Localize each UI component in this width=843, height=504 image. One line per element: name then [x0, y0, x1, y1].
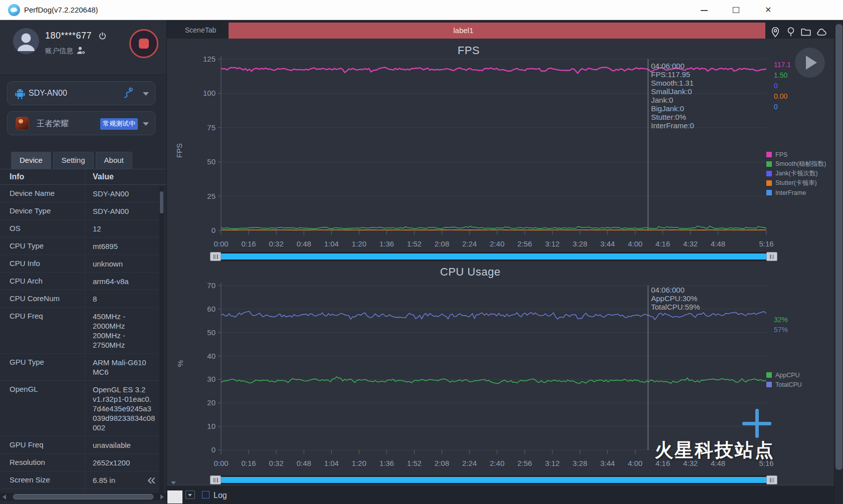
stop-record-button[interactable]: [129, 29, 158, 58]
svg-text:3:12: 3:12: [545, 239, 559, 248]
tooltip-line: Jank:0: [651, 96, 694, 104]
info-label: Screen Size: [0, 471, 85, 488]
info-value: SDY-AN00: [85, 185, 159, 202]
info-value: 12: [85, 220, 159, 237]
legend-item[interactable]: FPS: [766, 150, 826, 159]
account-info-link[interactable]: 账户信息: [45, 47, 73, 56]
legend-item[interactable]: Smooth(稳帧指数): [766, 159, 826, 169]
fps-scrollbar-range[interactable]: [221, 254, 766, 260]
maximize-button[interactable]: [731, 5, 742, 15]
legend-item[interactable]: InterFrame: [766, 188, 826, 197]
scrollbar-thumb[interactable]: [835, 24, 842, 470]
window-title: PerfDog(v7.2.220648): [24, 6, 98, 14]
fps-scrollbar-right-handle[interactable]: [766, 252, 777, 261]
legend-item[interactable]: AppCPU: [766, 370, 802, 380]
cpu-scrollbar-range[interactable]: [221, 477, 766, 483]
svg-text:3:44: 3:44: [600, 239, 615, 248]
fps-legend: FPSSmooth(稳帧指数)Jank(卡顿次数)Stutter(卡顿率)Int…: [766, 150, 826, 197]
info-value: 11.2 GB: [85, 489, 159, 493]
cpu-scrollbar-right-handle[interactable]: [766, 475, 777, 484]
main-vertical-scrollbar[interactable]: [834, 20, 843, 504]
location-icon[interactable]: [770, 27, 781, 38]
info-table: Device NameSDY-AN00Device TypeSDY-AN00OS…: [0, 185, 159, 493]
table-row: Resolution2652x1200: [0, 454, 159, 471]
info-value: unavailable: [85, 436, 159, 453]
legend-item[interactable]: TotalCPU: [766, 380, 802, 389]
svg-text:2:56: 2:56: [517, 239, 532, 248]
svg-text:25: 25: [207, 192, 216, 200]
cpu-y-axis-label: %: [176, 360, 184, 367]
fps-scrollbar-left-handle[interactable]: [210, 252, 221, 261]
svg-text:50: 50: [207, 328, 216, 337]
app-selector[interactable]: 王者荣耀 常规测试中: [7, 111, 155, 135]
info-column-header: Info: [0, 169, 85, 184]
svg-text:1:52: 1:52: [407, 239, 422, 248]
device-selector[interactable]: SDY-AN00: [7, 81, 155, 105]
tab-setting[interactable]: Setting: [53, 152, 94, 169]
sidebar-horizontal-scrollbar[interactable]: [0, 493, 166, 500]
log-dropdown-button[interactable]: [185, 490, 195, 499]
cpu-time-scrollbar[interactable]: [210, 475, 777, 484]
fps-chart-plot[interactable]: 12510075502500:000:160:320:481:041:201:3…: [192, 54, 783, 257]
svg-text:2:40: 2:40: [490, 459, 504, 467]
avatar[interactable]: [13, 28, 39, 54]
info-value: mt6895: [85, 237, 159, 255]
legend-swatch: [766, 152, 772, 157]
info-label: Ram Size: [0, 489, 85, 493]
fps-time-scrollbar[interactable]: [210, 252, 777, 261]
legend-label: Stutter(卡顿率): [775, 179, 817, 187]
svg-text:1:04: 1:04: [324, 239, 339, 248]
usb-connection-icon: [123, 87, 135, 99]
series-current-value: 0.00: [774, 91, 791, 102]
tab-device[interactable]: Device: [11, 152, 51, 169]
svg-text:4:32: 4:32: [683, 239, 698, 248]
scene-tab-label1[interactable]: label1: [229, 23, 765, 39]
log-checkbox[interactable]: [202, 491, 209, 498]
series-current-value: 0: [774, 81, 791, 91]
table-row: Ram Size11.2 GB: [0, 489, 159, 493]
legend-item[interactable]: Jank(卡顿次数): [766, 169, 826, 178]
scroll-right-arrow[interactable]: [160, 494, 164, 499]
logout-power-icon[interactable]: [98, 32, 107, 40]
series-current-value: 117.1: [774, 60, 791, 70]
scroll-left-arrow[interactable]: [3, 494, 6, 499]
series-current-value: 0: [774, 102, 791, 112]
collapse-sidebar-button[interactable]: «: [147, 471, 155, 488]
svg-text:2:40: 2:40: [490, 239, 504, 248]
svg-text:0:16: 0:16: [241, 239, 256, 248]
info-label: CPU Info: [0, 255, 85, 272]
test-status-badge: 常规测试中: [100, 118, 138, 130]
svg-text:0:48: 0:48: [297, 239, 311, 248]
play-button[interactable]: [795, 48, 825, 78]
svg-text:2:56: 2:56: [517, 459, 532, 467]
svg-text:1:36: 1:36: [379, 239, 394, 248]
minimize-button[interactable]: [699, 5, 710, 15]
svg-text:3:28: 3:28: [573, 239, 587, 248]
tab-about[interactable]: About: [96, 152, 132, 169]
marker-pin-icon[interactable]: [785, 27, 796, 38]
legend-item[interactable]: Stutter(卡顿率): [766, 178, 826, 188]
android-icon: [15, 88, 26, 100]
close-button[interactable]: ✕: [764, 5, 775, 15]
scrollbar-thumb[interactable]: [13, 494, 153, 499]
table-row: OpenGLOpenGL ES 3.2 v1.r32p1-01eac0. 7d4…: [0, 381, 159, 436]
cloud-icon[interactable]: [816, 27, 827, 38]
info-label: Device Type: [0, 202, 85, 219]
log-label: Log: [214, 491, 227, 500]
table-row: Screen Size6.85 in: [0, 471, 159, 489]
legend-swatch: [766, 382, 772, 387]
svg-text:1:20: 1:20: [352, 239, 366, 248]
svg-text:4:00: 4:00: [628, 459, 643, 467]
info-label: CPU Type: [0, 237, 85, 255]
svg-text:5:16: 5:16: [759, 239, 773, 248]
cpu-chart-title: CPU Usage: [440, 266, 501, 279]
cpu-scrollbar-left-handle[interactable]: [210, 475, 221, 484]
account-user-gear-icon[interactable]: [76, 46, 86, 55]
tooltip-line: 04:06:000: [651, 286, 700, 294]
svg-text:4:00: 4:00: [628, 239, 643, 248]
info-label: GPU Type: [0, 354, 85, 380]
add-chart-button[interactable]: [742, 408, 772, 438]
cpu-cursor-tooltip: 04:06:000AppCPU:30%TotalCPU:59%: [651, 286, 700, 311]
sidebar-vertical-scrollbar[interactable]: [159, 186, 164, 493]
folder-icon[interactable]: [800, 27, 811, 38]
